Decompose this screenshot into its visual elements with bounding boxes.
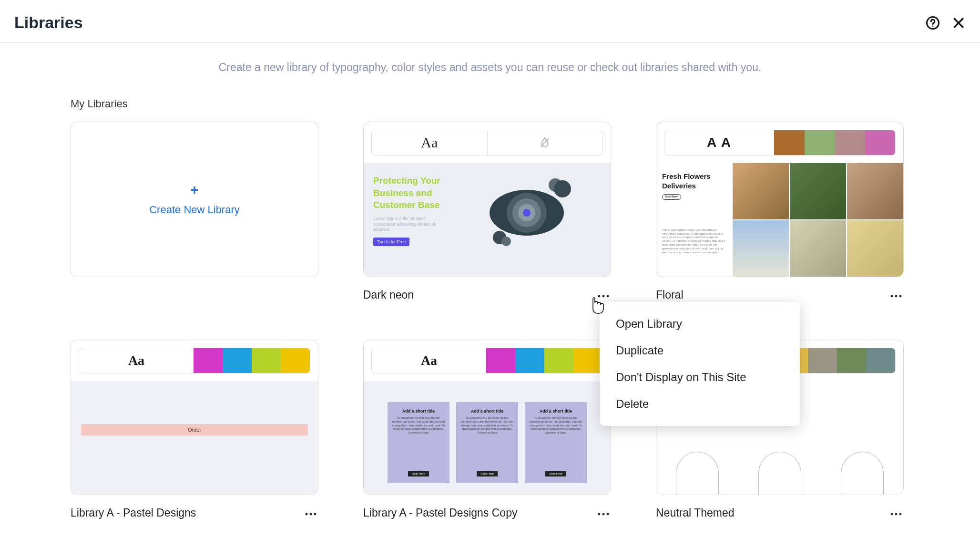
svg-point-11 [523,209,531,217]
svg-point-27 [895,513,898,515]
color-swatch [805,130,835,155]
library-thumb[interactable]: A A Fresh Flowers Deliveries Buy Now Thi… [656,122,904,277]
color-swatch [837,348,866,373]
color-swatch [573,348,602,373]
card-btn: Click Here [545,471,566,476]
color-palette [774,130,895,155]
library-card-library-a: Aa Order Library A - Pastel Designs [71,340,318,519]
close-icon[interactable] [951,16,966,30]
hero-subtext: Lorem ipsum dolor sit amet consectetur a… [373,216,445,233]
order-button: Order [81,424,308,435]
image-grid [733,163,903,277]
color-swatch [223,348,252,373]
svg-point-15 [602,295,605,297]
eye-illustration [452,175,601,246]
page-title: Libraries [14,13,83,32]
card-desc: To customize the text style for this ele… [460,416,514,435]
card-desc: To customize the text style for this ele… [529,416,583,435]
library-thumb[interactable]: Aa Add a short titleTo customize the tex… [363,340,611,495]
color-swatch [194,348,223,373]
section-label: My Libraries [71,98,909,110]
svg-point-16 [607,295,609,297]
library-title: Floral [656,289,684,301]
svg-point-19 [899,295,902,297]
typography-sample: A A [664,130,774,155]
card-title: Add a short title [540,409,572,414]
body-text: This is a paragraph where you can add an… [662,228,727,255]
color-swatch [281,348,310,373]
library-title: Library A - Pastel Designs [71,507,196,519]
svg-point-13 [501,237,511,246]
cta-button: Try Us for Free [373,238,409,246]
hero-text: Business and [373,188,432,198]
svg-point-22 [314,513,316,515]
color-swatch [865,130,896,155]
plus-icon: + [190,183,199,197]
cta-button: Buy Now [662,194,681,200]
menu-dont-display[interactable]: Don't Display on This Site [600,364,800,391]
library-thumb[interactable]: Aa Order [71,340,318,495]
typography-sample: Aa [372,130,487,155]
color-swatch [252,348,281,373]
more-options-button[interactable] [888,507,904,519]
hero-text: Customer Base [373,200,439,210]
hero-text: Fresh Flowers Deliveries [662,172,727,190]
modal-header: Libraries [0,0,980,43]
svg-point-6 [554,180,571,197]
color-swatch [866,348,895,373]
create-library-label: Create New Library [149,204,240,216]
color-swatch [808,348,837,373]
library-title: Dark neon [363,289,414,301]
more-options-button[interactable] [596,289,611,301]
library-card-floral: A A Fresh Flowers Deliveries Buy Now Thi… [656,122,904,301]
svg-point-20 [306,513,308,515]
card-title: Add a short title [402,409,435,414]
hero-text: Protecting Your [373,176,440,186]
svg-point-23 [598,513,601,515]
card-btn: Click Here [477,471,498,476]
svg-point-24 [602,513,605,515]
card-desc: To customize the text style for this ele… [391,416,446,435]
menu-duplicate[interactable]: Duplicate [600,337,800,364]
color-swatch [515,348,544,373]
card-btn: Click Here [408,471,429,476]
color-swatch [544,348,573,373]
library-title: Library A - Pastel Designs Copy [363,507,517,519]
help-icon[interactable] [926,16,940,30]
svg-point-17 [891,295,893,297]
color-palette [486,348,602,373]
no-color-icon [488,130,603,155]
typography-sample: Aa [79,348,194,373]
library-thumb[interactable]: Aa Protecting YourBusiness andCustomer B… [363,122,611,277]
svg-point-14 [598,295,601,297]
svg-point-1 [932,25,934,27]
svg-point-26 [891,513,893,515]
svg-point-21 [310,513,312,515]
svg-point-18 [895,295,898,297]
library-card-dark-neon: Aa Protecting YourBusiness andCustomer B… [363,122,611,301]
context-menu: Open Library Duplicate Don't Display on … [600,302,800,426]
card-title: Add a short title [471,409,504,414]
create-library-card[interactable]: + Create New Library [71,122,318,301]
library-title: Neutral Themed [656,507,735,519]
more-options-button[interactable] [596,507,611,519]
svg-point-25 [607,513,609,515]
color-swatch [774,130,805,155]
library-grid: + Create New Library Aa Protecting YourB… [71,122,909,519]
color-swatch [835,130,865,155]
typography-sample: Aa [372,348,486,373]
color-palette [194,348,310,373]
more-options-button[interactable] [888,289,904,301]
library-card-library-a-copy: Aa Add a short titleTo customize the tex… [363,340,611,519]
header-actions [926,16,966,30]
menu-open-library[interactable]: Open Library [600,311,800,337]
color-swatch [486,348,515,373]
subtitle: Create a new library of typography, colo… [0,43,980,98]
menu-delete[interactable]: Delete [600,391,800,417]
more-options-button[interactable] [303,507,318,519]
svg-point-28 [899,513,902,515]
